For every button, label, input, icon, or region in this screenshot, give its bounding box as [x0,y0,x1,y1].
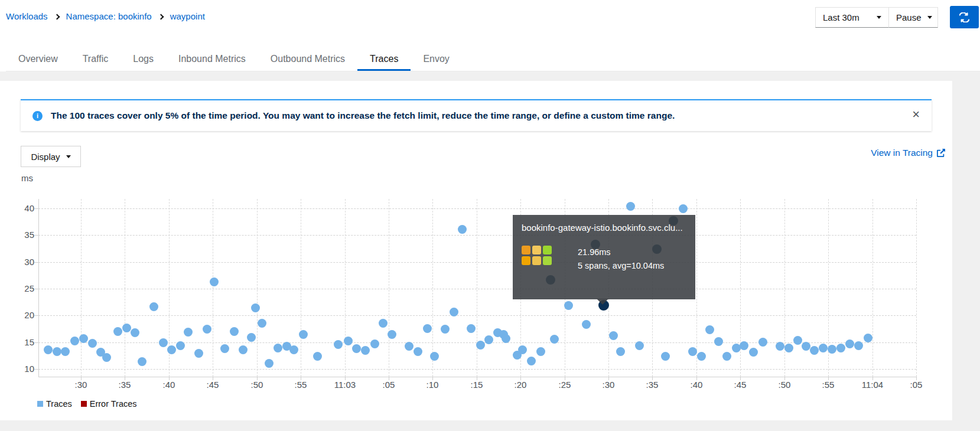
trace-point[interactable] [802,342,810,351]
breadcrumb-workloads[interactable]: Workloads [6,11,48,21]
trace-point[interactable] [845,339,854,348]
trace-point[interactable] [828,345,836,354]
trace-point[interactable] [467,324,476,333]
trace-point[interactable] [626,202,635,211]
trace-point[interactable] [502,334,510,343]
trace-point[interactable] [334,340,343,349]
trace-point[interactable] [388,330,396,339]
trace-point[interactable] [635,341,644,350]
trace-point[interactable] [854,341,863,350]
trace-point[interactable] [749,348,758,357]
trace-point[interactable] [247,333,256,342]
trace-point[interactable] [265,359,274,368]
trace-point[interactable] [79,334,88,343]
view-in-tracing-label: View in Tracing [871,148,933,158]
trace-point[interactable] [379,319,388,328]
trace-point[interactable] [138,357,146,366]
trace-point[interactable] [527,357,536,365]
trace-point[interactable] [239,345,248,354]
refresh-button[interactable] [950,6,979,28]
trace-point[interactable] [70,337,79,345]
trace-point[interactable] [784,344,793,352]
tab-traffic[interactable]: Traffic [70,48,121,71]
trace-point[interactable] [203,325,211,334]
tab-logs[interactable]: Logs [121,48,166,71]
trace-point[interactable] [776,342,784,351]
trace-point[interactable] [518,345,527,354]
trace-point[interactable] [184,328,193,337]
trace-point[interactable] [258,319,266,328]
tab-traces[interactable]: Traces [357,48,411,71]
breadcrumb-namespace[interactable]: Namespace: bookinfo [66,11,152,21]
trace-point[interactable] [131,328,139,337]
trace-point[interactable] [122,324,131,332]
trace-point[interactable] [251,303,260,312]
trace-point[interactable] [299,330,308,339]
trace-point[interactable] [714,337,723,346]
trace-point[interactable] [167,345,176,354]
trace-point[interactable] [616,347,625,356]
trace-point[interactable] [274,344,282,352]
trace-point[interactable] [564,301,573,310]
trace-point[interactable] [88,339,97,348]
trace-point[interactable] [361,346,370,355]
trace-point[interactable] [740,341,748,350]
tab-envoy[interactable]: Envoy [411,48,461,71]
trace-point[interactable] [550,335,559,344]
trace-point[interactable] [793,336,802,345]
trace-point[interactable] [370,339,379,348]
close-icon[interactable]: × [912,108,920,121]
trace-point[interactable] [210,277,219,286]
trace-point[interactable] [220,344,229,353]
trace-point[interactable] [536,347,545,356]
trace-point[interactable] [450,308,458,316]
trace-point[interactable] [758,338,767,347]
trace-point[interactable] [423,324,432,333]
trace-point[interactable] [836,344,845,352]
trace-point[interactable] [414,347,422,356]
trace-point[interactable] [679,204,688,213]
trace-point[interactable] [44,345,53,354]
view-in-tracing-link[interactable]: View in Tracing [871,148,945,158]
trace-point[interactable] [61,347,70,356]
tab-inbound-metrics[interactable]: Inbound Metrics [166,48,258,71]
trace-point[interactable] [430,352,439,361]
trace-point[interactable] [705,325,714,334]
trace-point[interactable] [405,342,414,351]
trace-point[interactable] [194,349,203,358]
trace-point[interactable] [289,345,298,354]
trace-point[interactable] [582,320,591,329]
trace-point[interactable] [102,353,111,362]
trace-point[interactable] [609,331,618,340]
trace-point[interactable] [810,346,819,355]
trace-point[interactable] [344,337,353,345]
trace-point[interactable] [441,325,450,334]
legend-item-error-traces[interactable]: Error Traces [81,399,137,409]
trace-point[interactable] [458,225,467,234]
display-dropdown[interactable]: Display [21,146,81,167]
trace-point[interactable] [484,335,493,344]
tab-outbound-metrics[interactable]: Outbound Metrics [258,48,357,71]
trace-point[interactable] [476,341,485,350]
trace-point[interactable] [697,352,706,361]
trace-point[interactable] [688,347,697,356]
duration-select[interactable]: Last 30m [815,7,889,28]
trace-point[interactable] [149,302,158,311]
trace-point[interactable] [661,352,670,361]
trace-point[interactable] [313,352,322,361]
trace-point[interactable] [159,338,168,347]
tab-overview[interactable]: Overview [6,48,70,71]
trace-point[interactable] [230,327,239,336]
trace-point[interactable] [722,352,731,361]
refresh-interval-select[interactable]: Pause [888,7,938,28]
breadcrumb-workload[interactable]: waypoint [170,11,205,21]
heatmap-cell [522,256,530,265]
legend-item-traces[interactable]: Traces [37,399,72,409]
trace-point[interactable] [819,344,828,352]
trace-point[interactable] [176,341,185,350]
trace-point[interactable] [53,347,61,356]
trace-point[interactable] [352,344,361,353]
x-gridline [477,199,477,377]
trace-point[interactable] [113,327,122,336]
trace-point[interactable] [864,334,872,342]
